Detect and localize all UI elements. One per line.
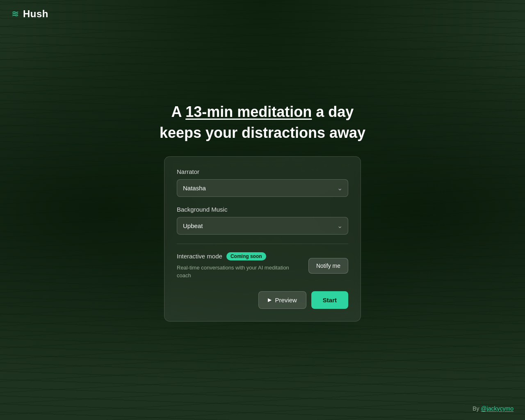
start-button[interactable]: Start bbox=[311, 291, 348, 309]
footer: By @jackycymo bbox=[472, 405, 514, 412]
main-card: Narrator Natasha James Sofia Ethan ⌄ Bac… bbox=[164, 156, 361, 322]
logo-text: Hush bbox=[23, 8, 48, 20]
preview-button-label: Preview bbox=[275, 297, 297, 304]
interactive-mode-row: Interactive mode Coming soon Real-time c… bbox=[177, 252, 348, 280]
preview-button[interactable]: ▶ Preview bbox=[258, 291, 306, 309]
music-label: Background Music bbox=[177, 206, 348, 213]
action-buttons-row: ▶ Preview Start bbox=[177, 291, 348, 309]
narrator-select[interactable]: Natasha James Sofia Ethan bbox=[177, 179, 348, 197]
narrator-field: Narrator Natasha James Sofia Ethan ⌄ bbox=[177, 168, 348, 197]
interactive-title-row: Interactive mode Coming soon bbox=[177, 252, 308, 260]
music-select[interactable]: Upbeat Calm Nature None bbox=[177, 217, 348, 235]
narrator-label: Narrator bbox=[177, 168, 348, 175]
hero-title-suffix: a day bbox=[312, 103, 354, 120]
hero-title-line2: keeps your distractions away bbox=[160, 124, 365, 141]
interactive-mode-left: Interactive mode Coming soon Real-time c… bbox=[177, 252, 308, 280]
hero-title-prefix: A bbox=[171, 103, 186, 120]
notify-me-button[interactable]: Notify me bbox=[308, 258, 348, 274]
footer-by-text: By bbox=[472, 405, 481, 412]
narrator-select-wrapper: Natasha James Sofia Ethan ⌄ bbox=[177, 179, 348, 197]
music-field: Background Music Upbeat Calm Nature None… bbox=[177, 206, 348, 235]
hero-title: A 13-min meditation a day keeps your dis… bbox=[160, 102, 365, 143]
play-icon: ▶ bbox=[268, 297, 272, 303]
footer-author-link[interactable]: @jackycymo bbox=[481, 405, 514, 412]
interactive-mode-title: Interactive mode bbox=[177, 253, 222, 260]
logo-icon: ≋ bbox=[11, 9, 19, 18]
hero-title-highlight: 13-min meditation bbox=[185, 103, 312, 120]
logo: ≋ Hush bbox=[11, 8, 48, 20]
music-select-wrapper: Upbeat Calm Nature None ⌄ bbox=[177, 217, 348, 235]
interactive-mode-desc: Real-time conversations with your AI med… bbox=[177, 264, 300, 280]
coming-soon-badge: Coming soon bbox=[226, 252, 266, 260]
card-divider bbox=[177, 244, 348, 244]
